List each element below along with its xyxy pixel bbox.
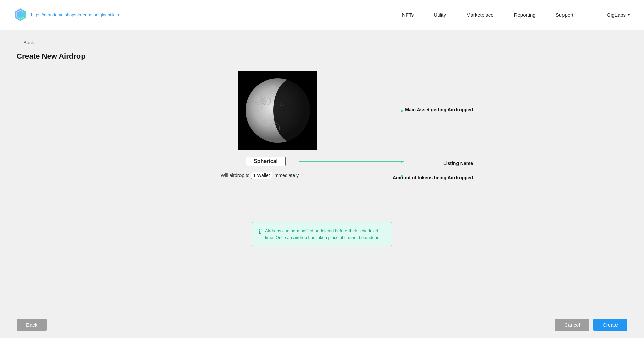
create-button[interactable]: Create	[593, 319, 627, 331]
info-icon: ℹ	[259, 228, 261, 235]
svg-point-7	[260, 98, 267, 105]
footer-right-buttons: Cancel Create	[555, 319, 627, 331]
wallet-prefix: Will airdrop to	[221, 173, 250, 178]
nav-support[interactable]: Support	[556, 12, 574, 18]
nav-reporting[interactable]: Reporting	[514, 12, 536, 18]
center-area: Spherical Will airdrop to 1 Wallet immed…	[17, 71, 627, 246]
nav-nfts[interactable]: NFTs	[402, 12, 414, 18]
wallet-row: Will airdrop to 1 Wallet immediately	[221, 172, 299, 179]
svg-point-9	[268, 91, 272, 95]
nav-marketplace[interactable]: Marketplace	[466, 12, 494, 18]
info-text: Airdrops can be modified or deleted befo…	[265, 228, 385, 241]
main-content: ← Back Create New Airdrop	[0, 30, 644, 311]
header-nav: NFTs Utility Marketplace Reporting Suppo…	[402, 12, 631, 18]
moon-svg	[238, 71, 317, 150]
svg-marker-17	[401, 110, 404, 112]
footer: Back Cancel Create	[0, 311, 644, 338]
logo-icon	[13, 8, 28, 22]
chevron-down-icon: ▼	[627, 13, 631, 17]
svg-point-12	[263, 120, 267, 125]
diagram-container: Spherical Will airdrop to 1 Wallet immed…	[171, 71, 473, 212]
logo-link[interactable]: https://aerodome.shops-integration.gigan…	[13, 8, 119, 22]
annotation-arrows	[171, 71, 473, 212]
svg-point-15	[270, 85, 276, 91]
cancel-button[interactable]: Cancel	[555, 319, 589, 331]
nav-user[interactable]: GigLabs ▼	[607, 12, 631, 18]
svg-point-5	[273, 78, 314, 143]
back-button[interactable]: Back	[17, 319, 47, 331]
listing-name-display: Spherical	[246, 157, 286, 166]
header: https://aerodome.shops-integration.gigan…	[0, 0, 644, 30]
back-arrow-icon: ←	[17, 40, 21, 45]
wallet-badge: 1 Wallet	[251, 172, 272, 179]
nav-utility[interactable]: Utility	[434, 12, 446, 18]
nft-image-container	[238, 71, 317, 150]
listing-name-value: Spherical	[254, 158, 278, 164]
svg-marker-19	[401, 160, 404, 163]
header-url: https://aerodome.shops-integration.gigan…	[31, 12, 119, 17]
wallet-suffix: immediately	[274, 173, 299, 178]
page-title: Create New Airdrop	[17, 52, 627, 61]
label-amount: Amount of tokens being Airdropped	[393, 175, 473, 180]
label-listing-name: Listing Name	[443, 161, 473, 166]
nav-user-label: GigLabs	[607, 12, 626, 18]
label-main-asset: Main Asset getting Airdropped	[405, 107, 473, 112]
back-label-top: Back	[23, 40, 34, 45]
info-box: ℹ Airdrops can be modified or deleted be…	[252, 222, 392, 246]
back-link-top[interactable]: ← Back	[17, 40, 34, 45]
